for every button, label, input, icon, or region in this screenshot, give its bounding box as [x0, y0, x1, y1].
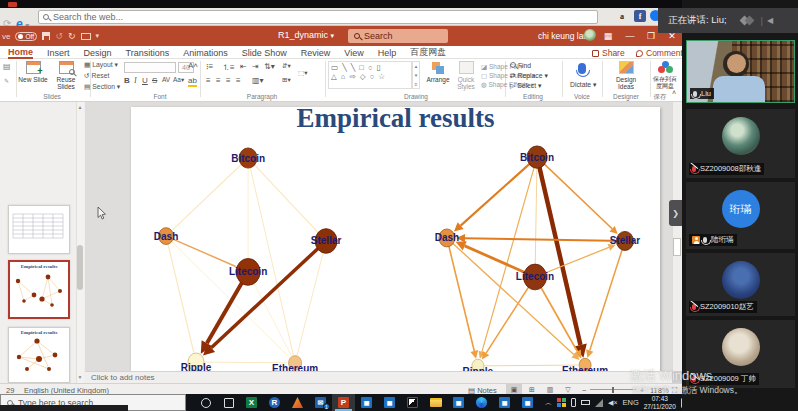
tab-animations[interactable]: Animations — [183, 48, 228, 58]
select-button[interactable]: ▷ Select ▾ — [510, 82, 541, 90]
save-icon[interactable] — [42, 32, 50, 40]
reuse-slides-button[interactable]: Reuse Slides — [50, 60, 82, 91]
align-right-button[interactable]: ≡ — [226, 76, 231, 85]
battery-icon[interactable] — [581, 400, 590, 405]
align-text-button[interactable]: ⊞▾ — [282, 76, 291, 84]
tab-slide-show[interactable]: Slide Show — [242, 48, 287, 58]
app-blue-4-taskbar-icon[interactable]: ▦ — [493, 394, 516, 411]
convert-smartart-button[interactable]: ⬚▾ — [298, 69, 307, 77]
grow-font-button[interactable]: A˄ — [188, 61, 198, 70]
excel-taskbar-icon[interactable]: X — [240, 394, 263, 411]
bookmark-facebook-icon[interactable]: f — [634, 10, 646, 22]
italic-button[interactable]: I — [134, 76, 137, 85]
columns-button[interactable]: ▥▾ — [252, 76, 264, 85]
font-name-select[interactable] — [124, 62, 176, 73]
numbering-button[interactable]: ⒈≡ — [222, 62, 235, 73]
powerpoint-taskbar-icon[interactable]: P — [332, 394, 355, 411]
cortana-taskbar-icon[interactable] — [194, 394, 217, 411]
colorful-app-tray-icon[interactable] — [557, 398, 566, 407]
slide-title[interactable]: Empirical results — [131, 107, 660, 134]
network-icon[interactable] — [595, 399, 603, 407]
replace-button[interactable]: ⇄ Replace ▾ — [510, 72, 548, 80]
minimize-button[interactable]: — — [620, 26, 640, 46]
highlight-color-button[interactable]: ab — [188, 76, 197, 87]
quick-access-more-icon[interactable]: ▾ — [96, 32, 100, 40]
design-ideas-button[interactable]: Design Ideas — [610, 60, 642, 91]
decrease-indent-button[interactable]: ⇤ — [240, 62, 247, 71]
tab-view[interactable]: View — [344, 48, 363, 58]
text-direction-button[interactable]: ⇵▾ — [282, 62, 291, 70]
account-name[interactable]: chi keung lau — [538, 31, 588, 41]
taskbar-clock[interactable]: 07:4327/11/2020 — [644, 395, 676, 410]
comments-button[interactable]: Comments — [636, 48, 687, 58]
strikethrough-button[interactable]: S — [152, 76, 157, 85]
app-blue-2-taskbar-icon[interactable]: ▦ — [378, 394, 401, 411]
app-blue-1-taskbar-icon[interactable]: ▦ — [355, 394, 378, 411]
task-view-taskbar-icon[interactable] — [217, 394, 240, 411]
app-blue-3-taskbar-icon[interactable]: ▦ — [447, 394, 470, 411]
align-left-button[interactable]: ≡ — [206, 76, 211, 85]
account-avatar[interactable] — [584, 29, 596, 41]
share-button[interactable]: Share — [592, 48, 625, 58]
hidden-icons-chevron-icon[interactable]: ︿ — [545, 398, 552, 408]
increase-indent-button[interactable]: ⇥ — [252, 62, 259, 71]
usb-device-icon[interactable] — [571, 398, 576, 407]
scroll-up-icon[interactable]: ▲ — [76, 103, 84, 111]
reset-button[interactable]: ↺ Reset — [84, 72, 109, 80]
slide-canvas[interactable]: Empirical results BitcoinDashStellarLite… — [131, 107, 660, 371]
input-language[interactable]: ENG — [622, 398, 638, 407]
new-slide-button[interactable]: + New Slide — [17, 60, 49, 83]
tab-insert[interactable]: Insert — [47, 48, 70, 58]
change-case-button[interactable]: Aa▾ — [173, 76, 184, 84]
slide-thumbnail-1[interactable] — [8, 205, 70, 254]
participant-tile-3[interactable]: 珩璊陆珩璊 — [686, 182, 795, 249]
tab-help[interactable]: Help — [378, 48, 397, 58]
baidu-save-button[interactable]: 保存到百度网盘 — [651, 60, 679, 90]
start-slideshow-icon[interactable] — [81, 33, 91, 40]
speaker-icon[interactable]: ◀× — [608, 399, 617, 407]
mail-taskbar-icon[interactable]: ✉1 — [309, 394, 332, 411]
tab-百度网盘[interactable]: 百度网盘 — [410, 46, 446, 59]
bullets-button[interactable]: ⁝≡ — [206, 62, 213, 71]
bold-button[interactable]: B — [124, 76, 130, 85]
slide-scrollbar[interactable] — [672, 102, 682, 371]
slide-scrollbar-thumb[interactable] — [673, 238, 681, 256]
participant-tile-1[interactable]: Liu — [686, 40, 795, 103]
dictate-button[interactable]: Dictate ▾ — [570, 81, 596, 89]
dictate-icon[interactable] — [578, 63, 586, 74]
paste-icon[interactable]: ▤ — [3, 62, 11, 71]
r-app-taskbar-icon[interactable]: R — [263, 394, 286, 411]
underline-button[interactable]: U — [142, 76, 148, 85]
ribbon-search-input[interactable]: Search — [348, 29, 448, 43]
collapse-ribbon-icon[interactable]: ˄ — [672, 89, 676, 96]
undo-icon[interactable]: ↺ — [55, 31, 63, 41]
edge-taskbar-icon[interactable] — [470, 394, 493, 411]
tab-transitions[interactable]: Transitions — [126, 48, 170, 58]
shapes-gallery-scroll[interactable]: ▴▾≡ — [412, 61, 420, 89]
tab-home[interactable]: Home — [8, 47, 33, 59]
document-title[interactable]: R1_dynamic ▾ — [278, 30, 334, 40]
section-button[interactable]: ▤ Section ▾ — [84, 83, 120, 91]
browser-search-input[interactable]: Search the web... — [38, 10, 598, 24]
layout-button[interactable]: ▦ Layout ▾ — [84, 61, 118, 69]
scroll-down-icon[interactable]: ▼ — [76, 373, 84, 381]
photos-taskbar-icon[interactable] — [401, 394, 424, 411]
file-explorer-taskbar-icon[interactable] — [424, 394, 447, 411]
bookmark-amazon-icon[interactable]: a — [616, 10, 628, 22]
participant-tile-2[interactable]: SZ2009008邵秋逢 — [686, 109, 795, 178]
shapes-gallery[interactable]: ▭ ╲ ╲ □ ○ ▯△ ⌂ ⇨ ◇ ○ ☆ — [328, 61, 412, 89]
align-center-button[interactable]: ≡ — [216, 76, 221, 85]
zoom-slider-thumb[interactable] — [612, 387, 614, 393]
app-blue-5-taskbar-icon[interactable]: ▦ — [516, 394, 539, 411]
tab-review[interactable]: Review — [301, 48, 331, 58]
format-painter-icon[interactable]: ✎ — [4, 77, 9, 84]
thumbnail-scrollbar[interactable] — [76, 102, 84, 383]
presenter-display-icon[interactable]: ▦ — [598, 26, 618, 46]
character-spacing-button[interactable]: AV — [162, 76, 170, 83]
participant-tile-4[interactable]: SZ2009010赵艺 — [686, 253, 795, 316]
autosave-toggle[interactable]: Off — [15, 32, 37, 41]
redo-icon[interactable]: ↻ — [68, 31, 76, 41]
tab-design[interactable]: Design — [84, 48, 112, 58]
justify-button[interactable]: ≡ — [236, 76, 241, 85]
slide-thumbnail-3[interactable]: Empirical results — [8, 327, 70, 383]
